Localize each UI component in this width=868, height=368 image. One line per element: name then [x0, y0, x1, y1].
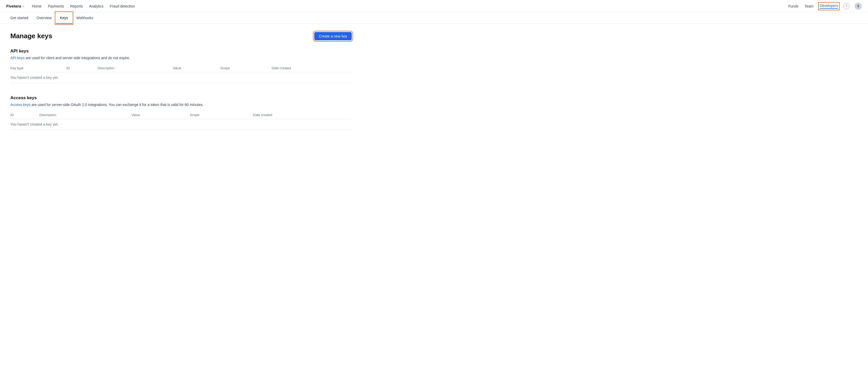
access-keys-section-title: Access keys [10, 95, 352, 101]
logo-chevron-icon: › [23, 4, 24, 8]
nav-item-analytics[interactable]: Analytics [89, 3, 103, 9]
api-keys-description: API keys are used for client and server-… [10, 56, 352, 60]
access-keys-col-value: Value [128, 111, 187, 119]
logo-text: Fivetera [6, 4, 21, 8]
help-icon[interactable]: ? [843, 3, 849, 9]
access-keys-col-id: ID [10, 111, 36, 119]
sub-nav-item-webhooks[interactable]: Webhooks [72, 12, 97, 24]
nav-item-fraud-detection[interactable]: Fraud detection [110, 3, 135, 9]
api-keys-link[interactable]: API keys [10, 56, 25, 60]
sub-nav-item-overview[interactable]: Overview [32, 12, 56, 24]
access-keys-empty-message: You haven't created a key yet. [10, 119, 352, 130]
top-bar: Fivetera › Home Payments Reports Analyti… [0, 0, 868, 12]
sub-nav: Get started Overview Keys Webhooks [0, 12, 868, 24]
access-keys-description: Access keys are used for server-side OAu… [10, 103, 352, 107]
top-bar-right-nav: Funds Team Developers [788, 4, 838, 9]
api-keys-col-key-type: Key type [10, 64, 63, 72]
top-bar-left: Fivetera › Home Payments Reports Analyti… [6, 3, 135, 9]
avatar[interactable]: S [855, 3, 862, 10]
api-keys-section-title: API keys [10, 48, 352, 54]
access-keys-col-description: Description [36, 111, 128, 119]
api-keys-table-header: Key type ID Description Value Scope Date… [10, 64, 352, 72]
nav-item-home[interactable]: Home [32, 3, 42, 9]
access-keys-table-body: You haven't created a key yet. [10, 119, 352, 130]
api-keys-col-description: Description [94, 64, 170, 72]
top-bar-right: Funds Team Developers ? S [788, 3, 862, 10]
avatar-label: S [857, 4, 859, 8]
api-keys-col-date-created: Date created [269, 64, 352, 72]
team-link[interactable]: Team [805, 4, 813, 8]
sub-nav-item-keys[interactable]: Keys [56, 12, 72, 24]
nav-item-payments[interactable]: Payments [48, 3, 64, 9]
api-keys-section: API keys API keys are used for client an… [10, 48, 352, 83]
nav-item-reports[interactable]: Reports [70, 3, 83, 9]
page-title: Manage keys [10, 32, 52, 40]
create-new-key-button[interactable]: Create a new key [314, 32, 352, 40]
api-keys-table-body: You haven't created a key yet. [10, 72, 352, 83]
access-keys-link[interactable]: Access keys [10, 103, 31, 107]
api-keys-col-scope: Scope [217, 64, 269, 72]
api-keys-empty-message: You haven't created a key yet. [10, 72, 352, 83]
access-keys-empty-row: You haven't created a key yet. [10, 119, 352, 130]
access-keys-section: Access keys Access keys are used for ser… [10, 95, 352, 130]
api-keys-empty-row: You haven't created a key yet. [10, 72, 352, 83]
api-keys-col-id: ID [63, 64, 94, 72]
help-icon-label: ? [845, 4, 847, 8]
developers-tab[interactable]: Developers [819, 4, 838, 9]
access-keys-col-date-created: Date created [250, 111, 352, 119]
api-keys-col-value: Value [170, 64, 217, 72]
page-header: Manage keys Create a new key [10, 32, 352, 40]
api-keys-table: Key type ID Description Value Scope Date… [10, 64, 352, 83]
top-nav: Home Payments Reports Analytics Fraud de… [32, 3, 135, 9]
access-keys-table-header: ID Description Value Scope Date created [10, 111, 352, 119]
access-keys-col-scope: Scope [187, 111, 250, 119]
access-keys-description-text: are used for server-side OAuth 2.0 integ… [31, 103, 204, 107]
logo[interactable]: Fivetera › [6, 4, 24, 8]
main-content: Manage keys Create a new key API keys AP… [0, 24, 362, 150]
api-keys-description-text: are used for client and server-side inte… [25, 56, 130, 60]
funds-link[interactable]: Funds [788, 4, 799, 8]
access-keys-table: ID Description Value Scope Date created … [10, 111, 352, 130]
sub-nav-item-get-started[interactable]: Get started [6, 12, 32, 24]
